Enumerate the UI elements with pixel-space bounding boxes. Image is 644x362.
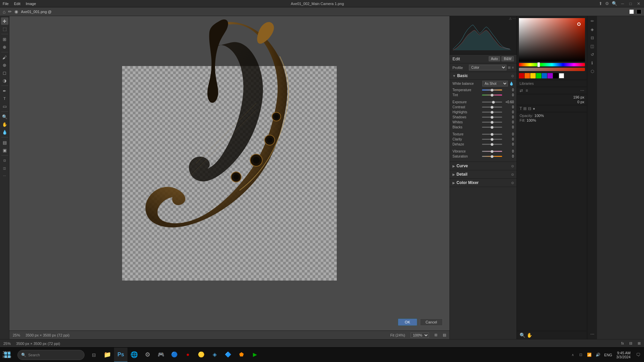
transform-tool[interactable]: ⊡ xyxy=(1,157,8,164)
list-view-icon[interactable]: ≡ xyxy=(512,66,514,69)
swatch-purple[interactable] xyxy=(547,73,553,78)
text-tool[interactable]: T xyxy=(1,95,8,102)
slider-thumb-11[interactable] xyxy=(491,150,493,153)
app-5[interactable]: ◈ xyxy=(208,348,221,362)
zoom-tool[interactable]: 🔍 xyxy=(1,113,8,120)
ok-button[interactable]: OK xyxy=(398,318,417,326)
grid-view-icon[interactable]: ⊞ xyxy=(508,66,511,69)
steam-app[interactable]: ⚙ xyxy=(141,348,154,362)
slider-thumb-9[interactable] xyxy=(491,138,493,141)
slider-thumb-7[interactable] xyxy=(491,126,493,129)
circle-icon[interactable]: ● xyxy=(533,106,535,111)
basic-section-header[interactable]: ▼ Basic ⊙ xyxy=(450,72,517,80)
new-frame-icon[interactable]: ⊞ xyxy=(638,341,641,346)
zoom-level[interactable]: 25% xyxy=(13,333,20,337)
swatch-red[interactable] xyxy=(519,73,524,78)
panel-icon[interactable]: ▤ xyxy=(443,333,446,337)
settings-icon[interactable]: ⚙ xyxy=(605,1,609,6)
app-4[interactable]: 🟡 xyxy=(195,348,208,362)
hand-icon-bottom[interactable]: ✋ xyxy=(527,333,532,338)
options-icon-r[interactable]: ⋯ xyxy=(589,330,596,338)
explorer-app[interactable]: 📁 xyxy=(101,348,114,362)
tray-volume-icon[interactable]: 🔊 xyxy=(594,350,602,360)
slider-track-0[interactable] xyxy=(482,89,502,90)
slider-thumb-1[interactable] xyxy=(491,94,493,97)
app-8[interactable]: ▶ xyxy=(248,348,262,362)
basic-section-icon[interactable]: ⊙ xyxy=(511,74,514,78)
slider-thumb-10[interactable] xyxy=(491,143,493,146)
grid-icon[interactable]: ⊞ xyxy=(434,333,437,337)
clone-tool[interactable]: ⊛ xyxy=(1,61,8,69)
clock[interactable]: 9:45 AM 3/3/2024 xyxy=(614,351,633,359)
slider-track-6[interactable] xyxy=(482,122,502,123)
menu-image[interactable]: Image xyxy=(26,2,36,6)
slider-track-2[interactable] xyxy=(482,102,502,103)
app-3[interactable]: ● xyxy=(181,348,195,362)
swatch-blue[interactable] xyxy=(542,73,547,78)
menu-edit[interactable]: Edit xyxy=(14,2,20,6)
photoshop-app[interactable]: Ps xyxy=(114,348,127,362)
wb-eyedrop-icon[interactable]: 💧 xyxy=(509,81,514,86)
curve-section-header[interactable]: ▶ Curve ⊙ xyxy=(450,162,517,170)
slider-thumb-4[interactable] xyxy=(491,111,493,114)
detail-icon[interactable]: ⊙ xyxy=(511,173,514,176)
minimize-btn[interactable]: ─ xyxy=(620,1,625,6)
channel-icon-r[interactable]: ◫ xyxy=(589,43,596,50)
curve-icon[interactable]: ⊙ xyxy=(511,164,514,168)
link-icon[interactable]: ⇄ xyxy=(520,88,523,93)
swatch-green[interactable] xyxy=(536,73,541,78)
slider-track-11[interactable] xyxy=(482,151,502,152)
task-view-btn[interactable]: ⊟ xyxy=(87,348,101,362)
cancel-button[interactable]: Cancel xyxy=(420,318,443,326)
shape-tool[interactable]: ▭ xyxy=(1,103,8,110)
slider-thumb-2[interactable] xyxy=(492,101,495,104)
adjust-icon-r[interactable]: ◈ xyxy=(589,26,596,33)
more-icon[interactable]: ⋯ xyxy=(580,88,584,93)
color-gradient-picker[interactable] xyxy=(519,18,585,62)
zoom-select[interactable]: 100% 50% 25% Fit xyxy=(411,333,429,338)
bw-btn[interactable]: B&W xyxy=(501,56,514,61)
app-1[interactable]: 🎮 xyxy=(154,348,168,362)
slider-track-7[interactable] xyxy=(482,127,502,128)
adjust-icon[interactable]: ◉ xyxy=(14,9,18,14)
slider-thumb-8[interactable] xyxy=(491,133,493,136)
maximize-btn[interactable]: □ xyxy=(628,1,633,6)
brush-tool-icon[interactable]: ✏ xyxy=(8,9,12,14)
gradient-tool[interactable]: ▤ xyxy=(1,139,8,146)
profile-select[interactable]: Color Monochrome xyxy=(469,65,506,70)
hue-thumb[interactable] xyxy=(537,62,540,67)
fit-label[interactable]: Fit (24%) xyxy=(390,333,405,337)
slider-track-3[interactable] xyxy=(482,107,502,108)
slider-track-5[interactable] xyxy=(482,117,502,118)
info-icon-r[interactable]: ℹ xyxy=(589,59,596,67)
distribute-icon[interactable]: ≡ xyxy=(526,88,528,93)
wb-select[interactable]: As Shot Auto Daylight xyxy=(482,81,508,86)
channel-icon-status[interactable]: ⊟ xyxy=(629,341,632,346)
slider-track-4[interactable] xyxy=(482,112,502,113)
start-button[interactable] xyxy=(0,348,15,362)
brush-icon-r[interactable]: ✏ xyxy=(589,17,596,25)
crop-tool[interactable]: ⊞ xyxy=(1,36,8,43)
home-icon[interactable]: ⌂ xyxy=(3,9,5,14)
eraser-tool[interactable]: ◻ xyxy=(1,69,8,76)
brush-tool[interactable]: 🖌 xyxy=(1,54,8,61)
chrome-app[interactable]: 🌐 xyxy=(127,348,141,362)
detail-section-header[interactable]: ▶ Detail ⊙ xyxy=(450,170,517,179)
color-mixer-icon[interactable]: ⊙ xyxy=(511,181,514,185)
slider-thumb-0[interactable] xyxy=(491,89,493,92)
misc-tool[interactable]: ⋯ xyxy=(1,172,8,180)
dodge-tool[interactable]: ◑ xyxy=(1,77,8,84)
slider-thumb-12[interactable] xyxy=(491,155,493,158)
slider-track-1[interactable] xyxy=(482,95,502,96)
search-icon-top[interactable]: 🔍 xyxy=(612,1,617,6)
swatch-white[interactable] xyxy=(559,73,564,78)
alpha-slider[interactable] xyxy=(519,68,585,71)
move-tool[interactable]: ✛ xyxy=(1,17,8,25)
slider-track-12[interactable] xyxy=(482,156,502,157)
slider-track-10[interactable] xyxy=(482,144,502,145)
zoom-icon-bottom[interactable]: 🔍 xyxy=(520,333,525,338)
slider-thumb-5[interactable] xyxy=(491,116,493,119)
rect-select-tool[interactable]: ▣ xyxy=(1,146,8,154)
slider-thumb-6[interactable] xyxy=(491,121,493,124)
slider-track-9[interactable] xyxy=(482,139,502,140)
